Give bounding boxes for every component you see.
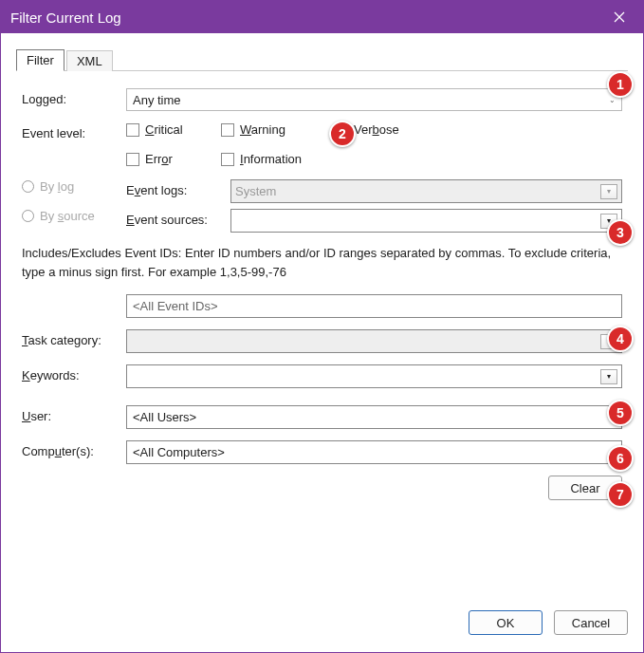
event-logs-value: System <box>235 184 276 198</box>
close-button[interactable] <box>605 9 634 26</box>
keywords-dropdown[interactable]: ▾ <box>126 364 622 388</box>
computers-value: <All Computers> <box>133 445 225 459</box>
label-event-sources: Event sources: <box>126 209 230 227</box>
label-event-logs: Event logs: <box>126 179 230 197</box>
tab-strip: Filter XML <box>16 47 628 71</box>
label-error: Error <box>145 152 173 166</box>
titlebar: Filter Current Log <box>1 1 643 33</box>
annotation-2: 2 <box>329 121 356 147</box>
label-keywords: Keywords: <box>22 364 126 382</box>
annotation-4: 4 <box>607 326 634 352</box>
radio-by-source: By source <box>22 209 126 223</box>
label-task-category: Task category: <box>22 329 126 347</box>
close-icon <box>614 11 625 23</box>
tab-xml[interactable]: XML <box>66 50 113 71</box>
label-verbose: Verbose <box>354 122 399 137</box>
annotation-7: 7 <box>607 481 634 508</box>
label-event-level: Event level: <box>22 122 126 140</box>
cancel-button[interactable]: Cancel <box>554 610 628 635</box>
radio-icon <box>22 180 34 193</box>
filter-dialog: Filter Current Log Filter XML Logged: An… <box>0 0 644 653</box>
user-value: <All Users> <box>133 410 196 424</box>
chevron-down-icon: ▾ <box>600 369 617 384</box>
task-category-dropdown: ▾ <box>126 329 622 353</box>
user-input[interactable]: <All Users> <box>126 405 622 429</box>
ok-button[interactable]: OK <box>469 610 543 635</box>
event-ids-input[interactable]: <All Event IDs> <box>126 294 622 318</box>
checkbox-error[interactable] <box>126 153 139 166</box>
dialog-footer: OK Cancel <box>1 603 643 652</box>
annotation-1: 1 <box>607 71 634 98</box>
logged-value: Any time <box>133 93 181 107</box>
event-logs-dropdown: System ▾ <box>230 179 622 203</box>
radio-by-log: By log <box>22 179 126 194</box>
chevron-down-icon: ▾ <box>600 184 617 199</box>
radio-icon <box>22 210 34 222</box>
annotation-5: 5 <box>607 400 634 426</box>
label-critical: Critical <box>145 122 183 137</box>
event-ids-placeholder: <All Event IDs> <box>133 299 218 313</box>
label-computers: Computer(s): <box>22 440 126 458</box>
checkbox-information[interactable] <box>221 153 234 166</box>
annotation-6: 6 <box>607 445 634 472</box>
label-information: Information <box>240 152 302 166</box>
label-user: User: <box>22 405 126 423</box>
logged-dropdown[interactable]: Any time ⌄ <box>126 88 622 111</box>
checkbox-critical[interactable] <box>126 123 139 137</box>
label-logged: Logged: <box>22 88 126 106</box>
window-title: Filter Current Log <box>10 9 605 26</box>
instruction-text: Includes/Excludes Event IDs: Enter ID nu… <box>22 244 622 281</box>
computers-input[interactable]: <All Computers> <box>126 440 622 464</box>
tab-filter[interactable]: Filter <box>16 49 64 71</box>
label-warning: Warning <box>240 122 285 137</box>
checkbox-warning[interactable] <box>221 123 234 137</box>
event-sources-dropdown[interactable]: ▾ <box>230 209 622 233</box>
annotation-3: 3 <box>607 219 634 246</box>
